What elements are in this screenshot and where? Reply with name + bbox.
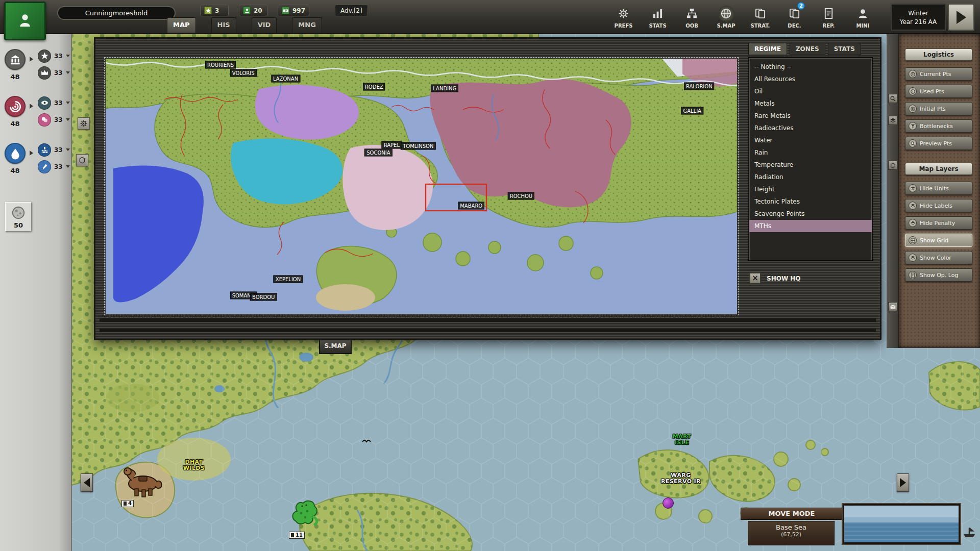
menu-label: REP.	[823, 23, 835, 29]
side-tool-button-1[interactable]	[78, 117, 90, 130]
gear-icon	[618, 8, 629, 19]
maplayer-show-op-log-button[interactable]: Show Op. Log	[905, 268, 972, 282]
council-main-button[interactable]	[5, 49, 26, 70]
layer-item-metals[interactable]: Metals	[749, 97, 872, 110]
preview-icon	[910, 141, 916, 146]
council-sub-row[interactable]: 33	[38, 113, 70, 127]
council-sub-row[interactable]: 33	[38, 96, 70, 110]
council-value: 48	[5, 120, 26, 128]
menu-s-map-button[interactable]: S.MAP	[709, 1, 743, 33]
logistics-preview-pts-button[interactable]: Preview Pts	[905, 137, 972, 150]
strip-magnifier-button[interactable]	[888, 94, 897, 103]
maplayer-show-grid-button[interactable]: Show Grid	[905, 234, 972, 247]
lizard-sprite	[287, 496, 321, 528]
tab-map[interactable]: MAP	[167, 17, 196, 33]
council-sub-value: 33	[54, 53, 63, 60]
layer-icon	[910, 220, 916, 226]
planet-status-button[interactable]: 50	[5, 202, 32, 232]
layer-item-tectonic-plates[interactable]: Tectonic Plates	[749, 195, 872, 208]
button-label: Hide Units	[920, 185, 949, 192]
smap-city-label: RALORION	[684, 83, 715, 90]
layer-item-radioactives[interactable]: Radioactives	[749, 122, 872, 134]
layer-item-height[interactable]: Height	[749, 183, 872, 195]
layer-list: -- Nothing --All ResourcesOilMetalsRare …	[748, 57, 873, 261]
layer-item-radiation[interactable]: Radiation	[749, 171, 872, 183]
logistics-initial-pts-button[interactable]: Initial Pts	[905, 102, 972, 115]
menu-prefs-button[interactable]: PREFS	[606, 1, 641, 33]
chevron-down-icon	[66, 71, 70, 74]
layer-item-all-resources[interactable]: All Resources	[749, 73, 872, 85]
council-sub-value: 33	[54, 163, 63, 170]
end-turn-button[interactable]	[948, 4, 974, 31]
tile-preview-image	[843, 504, 960, 544]
layer-icon	[890, 117, 896, 124]
strip-hex-button[interactable]	[888, 161, 897, 170]
smap-city-label: LANDING	[431, 84, 458, 92]
map-scroll-right-button[interactable]	[897, 473, 909, 492]
panel-tab-zones[interactable]: ZONES	[790, 43, 825, 55]
purple-unit-token[interactable]	[663, 497, 674, 509]
tab-his[interactable]: HIS	[211, 17, 236, 33]
menu-strat-button[interactable]: STRAT.	[743, 1, 777, 33]
menu-mini-button[interactable]: MINI	[846, 1, 880, 33]
logistics-used-pts-button[interactable]: Used Pts	[905, 85, 972, 98]
button-label: Hide Penalty	[920, 220, 955, 227]
layer-item-water[interactable]: Water	[749, 134, 872, 146]
layer-item-nothing[interactable]: -- Nothing --	[749, 61, 872, 73]
layer-item-scavenge-points[interactable]: Scavenge Points	[749, 208, 872, 220]
council-sub-row[interactable]: 33	[38, 143, 70, 157]
window-divider	[100, 329, 876, 332]
layer-item-temperature[interactable]: Temperature	[749, 159, 872, 171]
layer-item-oil[interactable]: Oil	[749, 85, 872, 97]
maplayer-hide-labels-button[interactable]: Hide Labels	[905, 199, 972, 212]
card-icon	[754, 8, 766, 19]
advisor-chip[interactable]: Adv.[2]	[335, 5, 368, 16]
maplayer-hide-penalty-button[interactable]: Hide Penalty	[905, 216, 972, 230]
menu-stats-button[interactable]: STATS	[641, 1, 675, 33]
council-sub-row[interactable]: 33	[38, 160, 70, 173]
council-sub-value: 33	[54, 146, 63, 154]
chevron-right-icon	[30, 151, 33, 156]
menu-label: OOB	[685, 23, 698, 29]
council-main-button[interactable]	[5, 143, 26, 164]
tab-vid[interactable]: VID	[252, 17, 277, 33]
menu-label: STATS	[649, 23, 666, 29]
tab-mng[interactable]: MNG	[292, 17, 322, 33]
resource-value: 997	[292, 7, 305, 14]
tile-coordinates: (67,52)	[748, 531, 834, 538]
strip-envelope-button[interactable]	[888, 302, 897, 311]
maplayer-hide-units-button[interactable]: Hide Units	[905, 182, 972, 195]
card-icon	[789, 8, 800, 19]
layer-item-rain[interactable]: Rain	[749, 146, 872, 159]
person-icon	[857, 8, 869, 19]
smap-window-tab[interactable]: S.MAP	[319, 340, 352, 354]
layer-item-rare-metals[interactable]: Rare Metals	[749, 110, 872, 122]
show-hq-checkbox[interactable]: ×	[749, 272, 761, 284]
logistics-current-pts-button[interactable]: Current Pts	[905, 67, 972, 81]
settlement-name[interactable]: Cunningmoreshold	[57, 6, 176, 20]
strip-layer-button[interactable]	[888, 116, 897, 125]
unit-lizard[interactable]: 11	[287, 496, 332, 541]
menu-label: PREFS	[615, 23, 633, 29]
logistics-bottlenecks-button[interactable]: Bottlenecks	[905, 119, 972, 133]
side-tool-button-2[interactable]	[76, 154, 88, 166]
faction-emblem[interactable]	[4, 2, 46, 40]
menu-dec-button[interactable]: DEC.2	[777, 1, 812, 33]
map-label: WARG RESERVO IR	[661, 472, 701, 485]
panel-tab-stats[interactable]: STATS	[828, 43, 861, 55]
layer-item-mths[interactable]: MTHs	[749, 220, 872, 232]
panel-tab-regime[interactable]: REGIME	[748, 43, 787, 55]
council-sub-row[interactable]: 33	[38, 49, 70, 63]
smap-side-panel: REGIMEZONESSTATS -- Nothing --All Resour…	[748, 42, 875, 339]
menu-oob-button[interactable]: OOB	[675, 1, 709, 33]
council-sub-row[interactable]: 33	[38, 66, 70, 80]
maplayer-show-color-button[interactable]: Show Color	[905, 251, 972, 264]
map-scroll-left-button[interactable]	[81, 473, 93, 492]
bird-icon	[361, 438, 372, 443]
council-main-button[interactable]	[5, 96, 26, 117]
menu-rep-button[interactable]: REP.	[812, 1, 846, 33]
strategic-map[interactable]: ROURIENSVOLORISLAZONANRODEZLANDINGRALORI…	[106, 59, 737, 314]
button-label: Hide Labels	[920, 203, 952, 209]
unit-beast[interactable]: 4	[119, 464, 164, 509]
left-sidebar: 483333483333483333 50	[0, 34, 72, 551]
